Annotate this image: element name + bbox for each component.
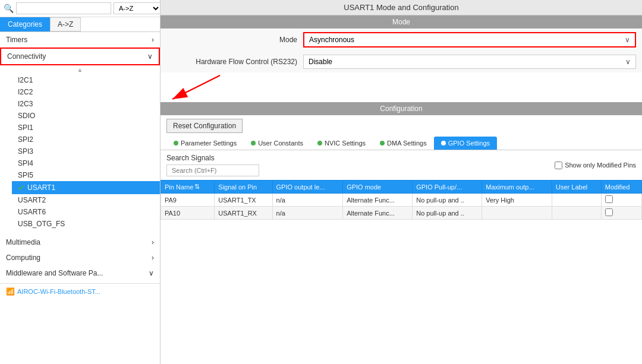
tab-label-dma: DMA Settings [387,140,427,147]
cell-pa10-gpio-output: n/a [272,207,343,220]
arrows-svg [160,72,398,102]
chevron-right-icon-multimedia: › [152,238,154,246]
reset-configuration-button[interactable]: Reset Configuration [166,119,243,133]
sidebar-item-i2c3[interactable]: I2C3 [12,98,160,110]
chevron-down-icon-middleware: ∨ [149,269,154,277]
signals-table: Pin Name ⇅ Signal on Pin GPIO output le.… [160,180,642,220]
mode-row: Mode Asynchronous ∨ [160,29,642,51]
sidebar-item-spi4[interactable]: SPI4 [12,157,160,169]
cell-pa10-pin: PA10 [161,207,215,220]
col-user-label[interactable]: User Label [552,181,602,194]
search-input[interactable] [16,2,111,14]
table-row: PA9 USART1_TX n/a Alternate Func... No p… [161,194,642,207]
cell-pa9-signal: USART1_TX [215,194,272,207]
tab-dot-dma [380,141,385,145]
check-icon: ✔ [18,183,25,192]
sidebar-item-i2c1[interactable]: I2C1 [12,74,160,86]
mode-label: Mode [166,36,297,44]
category-computing-label: Computing [6,254,40,262]
tab-atoz[interactable]: A->Z [50,17,81,31]
col-pin-name[interactable]: Pin Name ⇅ [161,181,215,194]
category-multimedia[interactable]: Multimedia › [0,235,160,250]
config-toolbar: Reset Configuration [160,115,642,137]
search-signals-label: Search Signals [166,154,259,162]
cell-pa9-pin: PA9 [161,194,215,207]
scroll-indicator-top: ▲ [0,65,160,74]
show-modified-label: Show only Modified Pins [565,162,636,169]
category-connectivity-label: Connectivity [7,52,46,61]
cell-pa10-gpio-mode: Alternate Func... [343,207,413,220]
sidebar-item-sdio[interactable]: SDIO [12,110,160,122]
cell-pa9-gpio-mode: Alternate Func... [343,194,413,207]
table-row: PA10 USART1_RX n/a Alternate Func... No … [161,207,642,220]
col-pin-name-label: Pin Name ⇅ [165,183,200,191]
sidebar-item-usart1[interactable]: ✔ USART1 [12,181,160,194]
config-tabs: Parameter Settings User Constants NVIC S… [160,137,642,150]
mode-header: Mode [160,15,642,29]
cell-pa9-pullup: No pull-up and .. [413,194,482,207]
sidebar-tabs: Categories A->Z [0,17,160,32]
sidebar-item-spi5[interactable]: SPI5 [12,169,160,181]
col-modified[interactable]: Modified [601,181,641,194]
chevron-right-icon-computing: › [152,254,154,262]
col-gpio-pullup[interactable]: GPIO Pull-up/... [413,181,482,194]
category-multimedia-label: Multimedia [6,238,40,246]
cell-pa10-pullup: No pull-up and .. [413,207,482,220]
show-modified-checkbox[interactable] [555,162,562,169]
tab-dma-settings[interactable]: DMA Settings [373,137,434,150]
cell-pa10-user-label [552,207,602,220]
sidebar-item-spi2[interactable]: SPI2 [12,134,160,145]
category-timers-label: Timers [6,36,27,44]
cell-pa10-modified [601,207,641,220]
category-computing[interactable]: Computing › [0,250,160,265]
mode-select[interactable]: Asynchronous ∨ [303,32,636,48]
col-gpio-mode[interactable]: GPIO mode [343,181,413,194]
tab-user-constants[interactable]: User Constants [244,137,310,150]
sort-icon: ⇅ [194,183,200,191]
sidebar-item-usart6[interactable]: USART6 [12,206,160,218]
pa9-modified-checkbox[interactable] [605,195,613,203]
cell-pa9-gpio-output: n/a [272,194,343,207]
category-middleware[interactable]: Middleware and Software Pa... ∨ [0,265,160,281]
col-signal-on-pin[interactable]: Signal on Pin [215,181,272,194]
tab-label-nvic: NVIC Settings [325,140,366,147]
tab-gpio-settings[interactable]: GPIO Settings [434,137,497,150]
tab-nvic-settings[interactable]: NVIC Settings [310,137,373,150]
sidebar-list: Timers › Connectivity ∨ ▲ I2C1 I2C2 I2C3… [0,32,160,364]
col-gpio-output-le[interactable]: GPIO output le... [272,181,343,194]
tab-parameter-settings[interactable]: Parameter Settings [166,137,244,150]
hw-flow-row: Hardware Flow Control (RS232) Disable ∨ [160,51,642,72]
sidebar: 🔍 A->Z ⚙ Categories A->Z Timers › Connec… [0,0,160,364]
bottom-item-label[interactable]: AIROC-Wi-Fi-Bluetooth-ST... [17,288,100,295]
category-timers[interactable]: Timers › [0,32,160,48]
cell-pa10-max-output [482,207,552,220]
sidebar-item-usart2[interactable]: USART2 [12,194,160,206]
tab-dot-parameter [174,141,178,145]
main-layout: 🔍 A->Z ⚙ Categories A->Z Timers › Connec… [0,0,642,364]
hw-flow-select[interactable]: Disable ∨ [303,55,636,69]
tab-dot-user-constants [251,141,256,145]
col-max-output[interactable]: Maximum outp... [482,181,552,194]
sidebar-item-spi3[interactable]: SPI3 [12,145,160,157]
main-title: USART1 Mode and Configuration [160,0,642,15]
cell-pa9-modified [601,194,641,207]
sidebar-item-i2c2[interactable]: I2C2 [12,86,160,98]
category-connectivity[interactable]: Connectivity ∨ [0,48,160,65]
sidebar-item-usb-otg-fs[interactable]: USB_OTG_FS [12,218,160,230]
pa10-modified-checkbox[interactable] [605,208,613,216]
tab-label-user-constants: User Constants [258,140,303,147]
chevron-right-icon: › [152,36,154,44]
sort-combo[interactable]: A->Z [114,2,160,14]
search-signals-left: Search Signals [166,154,259,176]
category-middleware-label: Middleware and Software Pa... [6,269,103,277]
search-icon: 🔍 [4,4,14,13]
sidebar-item-spi1[interactable]: SPI1 [12,122,160,134]
search-signals-area: Search Signals Show only Modified Pins [160,150,642,180]
search-signals-input[interactable] [166,164,259,176]
hw-flow-value: Disable [309,58,332,66]
tab-categories[interactable]: Categories [0,17,50,31]
tab-dot-gpio [441,141,446,145]
svg-line-2 [172,75,220,99]
mode-section: Mode Mode Asynchronous ∨ Hardware Flow C… [160,15,642,72]
show-modified-area: Show only Modified Pins [555,162,636,169]
